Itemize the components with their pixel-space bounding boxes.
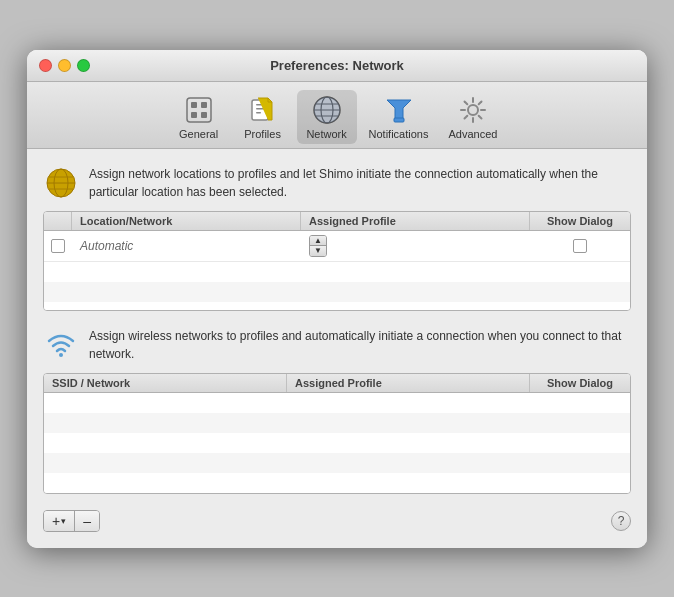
row-profile-cell: ▲ ▼ (301, 231, 530, 261)
traffic-lights (39, 59, 90, 72)
tab-advanced[interactable]: Advanced (440, 90, 505, 144)
col-checkbox (44, 212, 72, 230)
svg-rect-0 (187, 98, 211, 122)
add-dropdown-icon: ▾ (61, 516, 66, 526)
bottom-controls: + ▾ – ? (43, 510, 631, 532)
section-locations-text: Assign network locations to profiles and… (89, 165, 631, 201)
row-location-name: Automatic (72, 235, 301, 257)
titlebar: Preferences: Network (27, 50, 647, 82)
svg-rect-8 (256, 112, 261, 114)
locations-table: Location/Network Assigned Profile Show D… (43, 211, 631, 311)
minimize-button[interactable] (58, 59, 71, 72)
tab-network-label: Network (306, 128, 346, 140)
help-button[interactable]: ? (611, 511, 631, 531)
tab-general[interactable]: General (169, 90, 229, 144)
svg-line-23 (479, 115, 482, 118)
add-icon: + (52, 513, 60, 529)
advanced-icon (457, 94, 489, 126)
section-wireless: Assign wireless networks to profiles and… (43, 327, 631, 494)
wifi-icon (43, 327, 79, 363)
tab-advanced-label: Advanced (448, 128, 497, 140)
col-location: Location/Network (72, 212, 301, 230)
tab-general-label: General (179, 128, 218, 140)
row-checkbox[interactable] (51, 239, 65, 253)
remove-button[interactable]: – (75, 511, 99, 531)
section-wireless-text: Assign wireless networks to profiles and… (89, 327, 631, 363)
window-title: Preferences: Network (270, 58, 404, 73)
svg-line-25 (464, 115, 467, 118)
svg-marker-15 (387, 100, 411, 119)
locations-table-body: Automatic ▲ ▼ (44, 231, 630, 310)
network-icon (311, 94, 343, 126)
row-dialog-checkbox[interactable] (573, 239, 587, 253)
globe-icon (43, 165, 79, 201)
help-icon: ? (618, 514, 625, 528)
add-remove-group: + ▾ – (43, 510, 100, 532)
notifications-icon (383, 94, 415, 126)
profiles-icon (247, 94, 279, 126)
profile-stepper[interactable]: ▲ ▼ (309, 235, 327, 257)
add-button[interactable]: + ▾ (44, 511, 75, 531)
tab-notifications[interactable]: Notifications (361, 90, 437, 144)
tab-network[interactable]: Network (297, 90, 357, 144)
toolbar: General Profiles (27, 82, 647, 149)
wireless-table-header: SSID / Network Assigned Profile Show Dia… (44, 374, 630, 393)
table-row: Automatic ▲ ▼ (44, 231, 630, 262)
svg-rect-4 (201, 112, 207, 118)
preferences-window: Preferences: Network General (27, 50, 647, 548)
svg-point-14 (314, 97, 340, 123)
tab-notifications-label: Notifications (369, 128, 429, 140)
svg-rect-16 (394, 118, 404, 122)
svg-line-22 (464, 101, 467, 104)
stepper-up[interactable]: ▲ (310, 236, 326, 246)
row-dialog-cell (530, 235, 630, 257)
maximize-button[interactable] (77, 59, 90, 72)
empty-rows-1 (44, 262, 630, 310)
col-show-dialog-2: Show Dialog (530, 374, 630, 392)
svg-line-24 (479, 101, 482, 104)
col-assigned-profile-1: Assigned Profile (301, 212, 530, 230)
section-wireless-header: Assign wireless networks to profiles and… (43, 327, 631, 363)
content-area: Assign network locations to profiles and… (27, 149, 647, 548)
general-icon (183, 94, 215, 126)
svg-rect-1 (191, 102, 197, 108)
stepper-down[interactable]: ▼ (310, 246, 326, 256)
locations-table-header: Location/Network Assigned Profile Show D… (44, 212, 630, 231)
wireless-table: SSID / Network Assigned Profile Show Dia… (43, 373, 631, 494)
svg-point-17 (468, 105, 478, 115)
col-ssid: SSID / Network (44, 374, 287, 392)
close-button[interactable] (39, 59, 52, 72)
svg-rect-3 (191, 112, 197, 118)
tab-profiles[interactable]: Profiles (233, 90, 293, 144)
col-show-dialog-1: Show Dialog (530, 212, 630, 230)
wireless-table-body (44, 393, 630, 493)
section-locations: Assign network locations to profiles and… (43, 165, 631, 311)
section-locations-header: Assign network locations to profiles and… (43, 165, 631, 201)
col-assigned-profile-2: Assigned Profile (287, 374, 530, 392)
tab-profiles-label: Profiles (244, 128, 281, 140)
svg-rect-2 (201, 102, 207, 108)
svg-point-31 (59, 353, 63, 357)
row-checkbox-cell (44, 235, 72, 257)
empty-rows-2 (44, 393, 630, 493)
remove-label: – (83, 513, 91, 529)
